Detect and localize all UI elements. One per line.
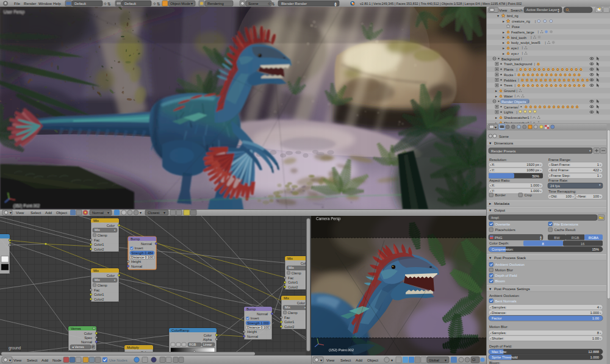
svg-text:Normal: Normal <box>141 242 152 246</box>
svg-text:Global: Global <box>429 359 439 362</box>
svg-text:Object: Object <box>56 210 67 215</box>
svg-text:Distance:: Distance: <box>492 311 507 315</box>
svg-text:View: View <box>326 358 335 362</box>
svg-text:12.888: 12.888 <box>588 350 599 354</box>
svg-text:Cache Result: Cache Result <box>554 228 576 232</box>
svg-text:Cl: Cl <box>472 358 475 362</box>
svg-text:Y:: Y: <box>492 189 495 193</box>
svg-text:|: | <box>518 105 519 109</box>
svg-text:Y:: Y: <box>492 168 495 172</box>
svg-text:|: | <box>515 73 516 76</box>
svg-text:Frame Rate:: Frame Rate: <box>548 179 569 182</box>
svg-text:Color1: Color1 <box>94 293 104 296</box>
svg-text:Cameras: Cameras <box>504 105 518 109</box>
svg-text:1.000: 1.000 <box>590 311 599 315</box>
svg-text:Motion Blur: Motion Blur <box>495 268 513 272</box>
svg-text:▸: ▸ <box>503 30 504 34</box>
svg-text:Closest: Closest <box>148 211 160 215</box>
svg-text:Resolution:: Resolution: <box>489 158 507 162</box>
svg-text:▸: ▸ <box>503 35 504 39</box>
svg-text:|: | <box>515 84 516 87</box>
svg-text:Bump: Bump <box>246 307 256 311</box>
svg-text:▾: ▾ <box>9 359 11 362</box>
svg-text:Select: Select <box>30 210 41 215</box>
svg-text:Normal: Normal <box>131 265 142 268</box>
svg-text:bird_tooth: bird_tooth <box>511 36 526 40</box>
svg-text:body_sculpt_level5: body_sculpt_level5 <box>511 41 540 45</box>
svg-text:◂ Verres: ◂ Verres <box>72 345 84 349</box>
svg-text:Color1: Color1 <box>94 243 104 246</box>
svg-text:Crop: Crop <box>525 193 533 197</box>
svg-text:New:: New: <box>578 194 587 198</box>
svg-text:Blender Render: Blender Render <box>281 2 307 5</box>
svg-text:▾: ▾ <box>10 211 12 215</box>
svg-text:▸: ▸ <box>495 89 497 93</box>
svg-text:Color: Color <box>84 332 93 335</box>
svg-text:Mix: Mix <box>95 278 100 282</box>
svg-text:Strength 1.000: Strength 1.000 <box>247 321 268 325</box>
svg-text:▾: ▾ <box>107 211 109 215</box>
svg-text:Mix: Mix <box>93 219 99 223</box>
svg-text:Start Frame:: Start Frame: <box>551 163 571 166</box>
svg-text:100: 100 <box>565 194 572 198</box>
svg-text:Placeholders: Placeholders <box>495 228 516 232</box>
svg-text:Samples:: Samples: <box>492 305 507 309</box>
svg-text:Help: Help <box>53 1 61 5</box>
svg-text:Select: Select <box>340 358 351 362</box>
svg-text:Add: Add <box>41 358 49 362</box>
svg-text:▸: ▸ <box>503 41 504 45</box>
svg-text:15%: 15% <box>592 248 599 251</box>
svg-text:Frame Range:: Frame Range: <box>548 158 571 162</box>
svg-text:16: 16 <box>581 242 584 246</box>
svg-text:Lights: Lights <box>504 110 513 114</box>
svg-text:|: | <box>534 62 535 66</box>
svg-text:Mix: Mix <box>285 305 290 309</box>
svg-text:Clamp: Clamp <box>98 234 107 237</box>
svg-text:Post Process Settings: Post Process Settings <box>494 287 530 291</box>
svg-text:▾: ▾ <box>391 359 393 362</box>
svg-text:Color2: Color2 <box>94 248 104 251</box>
svg-text:Verres: Verres <box>71 327 81 330</box>
svg-text:RGBA: RGBA <box>589 236 599 240</box>
svg-text:Depth of Field:: Depth of Field: <box>489 344 512 348</box>
svg-text:Object Mode: Object Mode <box>170 2 190 5</box>
svg-text:Distance 0.100: Distance 0.100 <box>131 255 153 259</box>
svg-text:Bloom:: Bloom: <box>489 361 500 364</box>
svg-text:Render Presets: Render Presets <box>491 149 515 153</box>
svg-text:1.00: 1.00 <box>592 316 599 320</box>
svg-text:Linear: Linear <box>203 343 212 346</box>
svg-text:✧: ✧ <box>103 1 107 7</box>
svg-text:8: 8 <box>542 242 544 246</box>
svg-text:Invert: Invert <box>251 316 259 320</box>
svg-text:RGB: RGB <box>189 343 196 346</box>
svg-text:▸: ▸ <box>503 20 504 23</box>
svg-text:▸: ▸ <box>503 52 504 55</box>
svg-text:Color: Color <box>297 301 306 305</box>
svg-text:Fac: Fac <box>94 288 100 292</box>
svg-text:Normal: Normal <box>81 340 92 344</box>
svg-text:Normal: Normal <box>247 335 258 338</box>
svg-text:Mix: Mix <box>95 228 100 232</box>
svg-text:⇅: ⇅ <box>157 2 160 6</box>
svg-text:ColorRamp: ColorRamp <box>171 329 189 332</box>
svg-text:Samples:: Samples: <box>492 331 507 335</box>
svg-text:Node: Node <box>52 358 62 362</box>
svg-text:▾: ▾ <box>495 126 497 129</box>
svg-text:Add: Add <box>356 358 363 362</box>
svg-text:Sprite Threshold: Sprite Threshold <box>492 355 517 359</box>
svg-text:Bloom: Bloom <box>495 279 506 283</box>
svg-text:Shadowcatcher1: Shadowcatcher1 <box>504 116 529 120</box>
svg-text:Mix: Mix <box>287 257 293 260</box>
svg-text:v2.80.1 | Verts:249,345 | Face: v2.80.1 | Verts:249,345 | Faces:353,832 … <box>360 2 522 5</box>
svg-text:Color: Color <box>107 274 115 277</box>
svg-text:|: | <box>545 41 546 45</box>
svg-text:100: 100 <box>593 194 599 198</box>
svg-text:|: | <box>535 20 536 23</box>
svg-text:Color1: Color1 <box>284 320 294 324</box>
svg-text:Mix: Mix <box>93 269 99 273</box>
svg-text:▸: ▸ <box>495 95 497 98</box>
svg-text:Color2: Color2 <box>284 325 294 329</box>
svg-text:Depth of Field: Depth of Field <box>495 274 517 277</box>
svg-text:|: | <box>522 51 523 55</box>
svg-text:Bent Normals: Bent Normals <box>495 299 517 303</box>
